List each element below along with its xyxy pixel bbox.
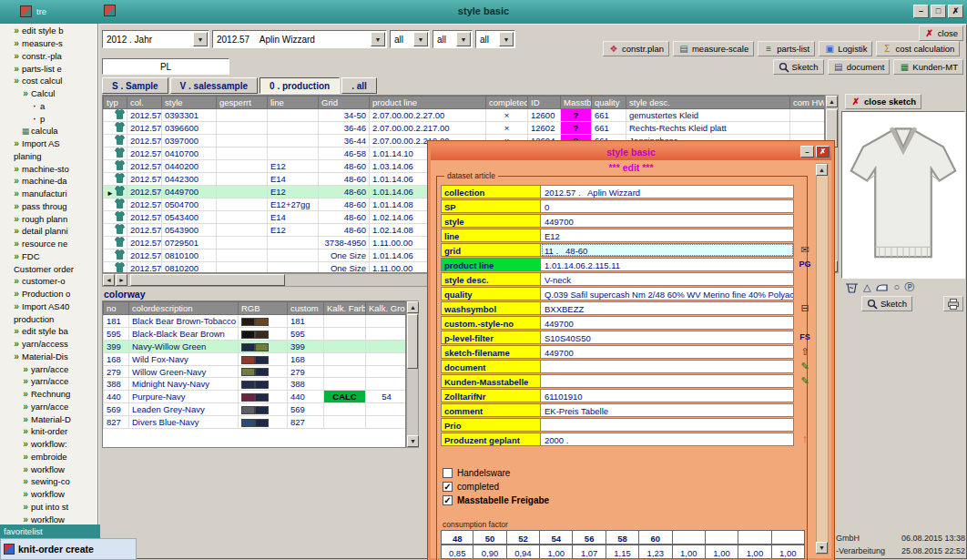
tab[interactable]: V . salessample bbox=[170, 77, 259, 94]
size-cell[interactable] bbox=[772, 530, 805, 545]
close-sketch-button[interactable]: ✗ close sketch bbox=[845, 94, 921, 109]
tree-item[interactable]: Production o bbox=[0, 288, 97, 300]
tree-item[interactable]: pass throug bbox=[0, 200, 97, 213]
filter3-combobox[interactable]: all ▼ bbox=[475, 30, 515, 48]
tree-item[interactable]: Customer order bbox=[0, 262, 97, 275]
dialog-minimize-button[interactable]: – bbox=[800, 146, 814, 158]
colorway-row[interactable]: 279 Willow Green-Navy 279 bbox=[104, 365, 407, 378]
dropdown-arrow-icon[interactable]: ▼ bbox=[193, 32, 208, 46]
favoritelist-bar[interactable]: favoritelist bbox=[0, 524, 100, 538]
factor-cell[interactable]: 1,07 bbox=[573, 545, 606, 559]
tree-item[interactable]: workflow: bbox=[0, 438, 97, 451]
tree-item[interactable]: workflow bbox=[0, 463, 97, 475]
factor-cell[interactable]: 1,00 bbox=[772, 545, 805, 559]
size-cell[interactable]: 52 bbox=[507, 530, 540, 545]
col-header-line[interactable]: line bbox=[268, 97, 319, 109]
colorway-vscroll-thumb[interactable] bbox=[407, 314, 418, 369]
field-action-icon[interactable] bbox=[798, 418, 812, 432]
checkbox[interactable] bbox=[443, 468, 453, 478]
tree-item[interactable]: yarn/acce bbox=[0, 362, 97, 375]
maximize-button[interactable]: □ bbox=[931, 5, 946, 18]
tab[interactable]: 0 . production bbox=[260, 77, 340, 94]
field-value[interactable] bbox=[541, 418, 794, 432]
dialog-vscrollbar[interactable]: ▲ ▼ bbox=[816, 163, 829, 555]
field-value[interactable]: EK-Preis Tabelle bbox=[541, 403, 794, 417]
tree-item[interactable]: detail planni bbox=[0, 225, 97, 238]
edit-masstabelle-icon[interactable]: ✎ bbox=[798, 374, 812, 388]
field-action-icon[interactable] bbox=[798, 287, 812, 300]
col-header-col[interactable]: col. bbox=[127, 97, 162, 109]
size-cell[interactable]: 48 bbox=[441, 530, 473, 545]
factor-cell[interactable]: 0,85 bbox=[441, 545, 473, 559]
field-action-icon[interactable] bbox=[798, 229, 812, 242]
col-header-grid[interactable]: Grid bbox=[319, 97, 370, 109]
comment-icon[interactable]: ✉ bbox=[798, 243, 812, 257]
tree-item[interactable]: Calcul bbox=[0, 87, 97, 100]
field-value[interactable]: 449700 bbox=[541, 345, 794, 359]
document-button[interactable]: ▤ document bbox=[828, 59, 891, 75]
size-cell[interactable] bbox=[673, 530, 706, 545]
knit-order-create-item[interactable]: knit-order create bbox=[0, 538, 137, 560]
size-cell[interactable]: 56 bbox=[573, 530, 606, 545]
factor-cell[interactable]: 1,00 bbox=[673, 545, 706, 559]
colorway-row[interactable]: 399 Navy-Willow Green 399 bbox=[104, 340, 407, 352]
tab[interactable]: . all bbox=[341, 77, 377, 94]
close-button[interactable]: ✗ close bbox=[919, 25, 963, 41]
tree-item[interactable]: constr.-pla bbox=[0, 50, 97, 63]
size-cell[interactable] bbox=[706, 530, 738, 545]
tree-item[interactable]: rough plann bbox=[0, 212, 97, 225]
field-value[interactable]: E12 bbox=[541, 229, 794, 242]
field-value[interactable] bbox=[541, 374, 794, 388]
tree-item[interactable]: FDC bbox=[0, 250, 97, 263]
col-header-id[interactable]: ID bbox=[528, 97, 561, 109]
tree-item[interactable]: machine-da bbox=[0, 175, 97, 188]
tree-item[interactable]: planing bbox=[0, 150, 97, 163]
field-action-icon[interactable] bbox=[798, 185, 812, 199]
tree-item[interactable]: sewing-co bbox=[0, 475, 97, 488]
parts-list-button[interactable]: ≡ parts-list bbox=[758, 41, 815, 56]
tree-item[interactable]: workflow bbox=[0, 488, 97, 501]
field-action-icon[interactable] bbox=[798, 389, 812, 402]
field-action-icon[interactable] bbox=[798, 214, 812, 228]
field-value[interactable]: 1.01.14.06.2.115.11 bbox=[541, 258, 794, 271]
col-header-typ[interactable]: typ bbox=[104, 97, 127, 109]
colorway-row[interactable]: 440 Purpure-Navy 440 CALC 54 bbox=[104, 391, 407, 403]
upload-icon[interactable]: ⇧ bbox=[798, 345, 812, 359]
checkbox[interactable] bbox=[443, 495, 453, 505]
col-header-style[interactable]: style bbox=[162, 97, 217, 109]
field-value[interactable]: V-neck bbox=[541, 272, 794, 286]
constr-plan-button[interactable]: ❖ constr.plan bbox=[603, 41, 669, 56]
size-cell[interactable]: 50 bbox=[473, 530, 506, 545]
col-header-completed[interactable]: completed bbox=[486, 97, 528, 109]
field-value[interactable]: 2000 . bbox=[541, 433, 794, 446]
tree-item[interactable]: yarn/acce bbox=[0, 401, 97, 413]
colorway-row[interactable]: 181 Black Bear Brown-Tobacco 181 bbox=[104, 315, 407, 328]
year-combobox[interactable]: 2012 . Jahr ▼ bbox=[102, 30, 209, 48]
col-header-quality[interactable]: quality bbox=[592, 97, 626, 109]
factor-cell[interactable]: 1,23 bbox=[639, 545, 672, 559]
colorway-row[interactable]: 168 Wild Fox-Navy 168 bbox=[104, 352, 407, 365]
tree-item[interactable]: yarn/access bbox=[0, 338, 97, 351]
scroll-down-icon[interactable]: ▼ bbox=[407, 435, 419, 447]
factor-cell[interactable]: 1,00 bbox=[540, 545, 573, 559]
tree-item[interactable]: machine-sto bbox=[0, 162, 97, 175]
tree-item[interactable]: edit style ba bbox=[0, 325, 97, 338]
tree-item[interactable]: resource ne bbox=[0, 238, 97, 250]
tree-item[interactable]: parts-list e bbox=[0, 62, 97, 75]
field-action-icon[interactable] bbox=[798, 272, 812, 286]
field-value[interactable]: Q.039 Safil supercash Nm 2/48 60% WV Mer… bbox=[541, 287, 794, 300]
print-button[interactable] bbox=[943, 296, 963, 311]
scroll-right-icon[interactable]: ► bbox=[116, 274, 127, 286]
field-action-icon[interactable] bbox=[798, 316, 812, 330]
measure-scale-button[interactable]: ▤ measure-scale bbox=[673, 41, 754, 56]
field-action-icon[interactable] bbox=[798, 403, 812, 417]
field-value[interactable]: 2012.57 . Aplin Wizzard bbox=[541, 185, 794, 199]
tree-item[interactable]: yarn/acce bbox=[0, 375, 97, 388]
edit-document-icon[interactable]: ✎ bbox=[798, 360, 812, 373]
tree-item[interactable]: knit-order bbox=[0, 425, 97, 438]
scroll-up-icon[interactable]: ▲ bbox=[826, 96, 838, 107]
pl-input[interactable]: PL bbox=[102, 58, 229, 75]
tree-item[interactable]: cost calcul bbox=[0, 75, 97, 87]
tree-item[interactable]: a bbox=[0, 100, 97, 113]
factor-cell[interactable]: 0,94 bbox=[507, 545, 540, 559]
